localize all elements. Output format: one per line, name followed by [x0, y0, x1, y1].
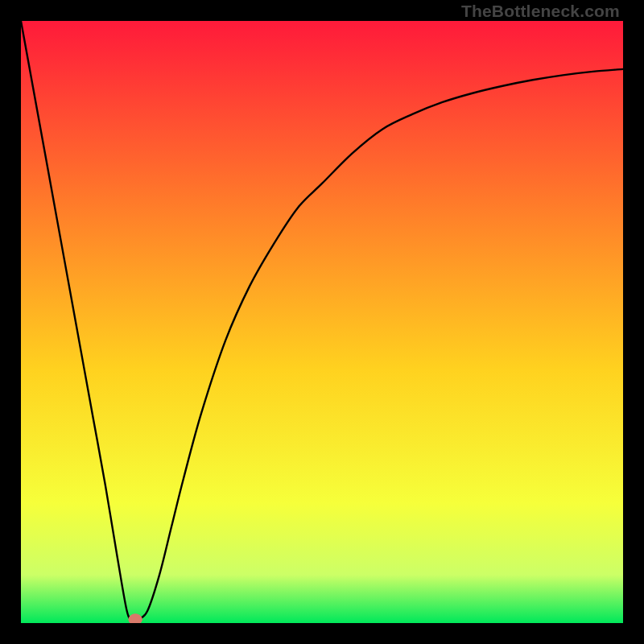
gradient-background — [21, 21, 623, 623]
optimum-marker — [129, 614, 142, 623]
bottleneck-chart — [21, 21, 623, 623]
watermark-text: TheBottleneck.com — [461, 2, 620, 21]
chart-frame — [21, 21, 623, 623]
